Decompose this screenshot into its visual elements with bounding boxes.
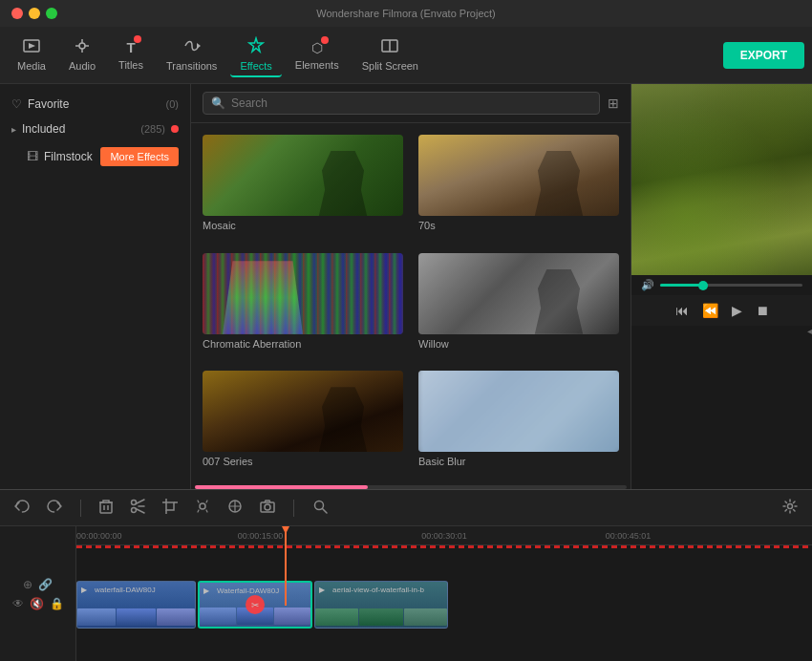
lock-icon[interactable]: 🔒 xyxy=(50,597,64,610)
redo-button[interactable] xyxy=(44,497,65,519)
sidebar-item-filmstock[interactable]: 🎞 Filmstock More Effects xyxy=(0,141,190,172)
svg-rect-5 xyxy=(100,502,112,513)
titles-icon: T xyxy=(126,39,135,56)
time-marker-0: 00:00:00:00 xyxy=(76,531,122,541)
toolbar-label-titles: Titles xyxy=(118,59,143,71)
svg-point-1 xyxy=(79,43,85,49)
grid-view-icon[interactable]: ⊞ xyxy=(608,96,619,111)
play-button[interactable]: ▶ xyxy=(730,301,744,320)
filmstock-icon: 🎞 xyxy=(27,150,38,163)
toolbar-item-titles[interactable]: T Titles xyxy=(109,35,153,75)
collapse-sidebar-arrow[interactable]: ◂ xyxy=(807,326,812,336)
effect-item-willow[interactable]: Willow xyxy=(411,245,627,364)
toolbar-label-split-screen: Split Screen xyxy=(362,60,418,72)
effect-thumb-mosaic xyxy=(203,135,403,216)
add-track-icon[interactable]: ⊕ xyxy=(23,578,32,591)
effect-item-007[interactable]: 007 Series xyxy=(195,363,411,481)
toolbar-item-split-screen[interactable]: Split Screen xyxy=(353,34,428,75)
filmstock-label: Filmstock xyxy=(44,150,95,163)
svg-marker-2 xyxy=(197,43,201,49)
clip-mini-thumb xyxy=(200,608,236,625)
included-count: (285) xyxy=(140,123,165,135)
timeline-area: ⊕ 🔗 👁 🔇 🔒 00:00:00:00 00:00:15:00 00:00:… xyxy=(0,489,812,661)
timeline-ruler: 00:00:00:00 00:00:15:00 00:00:30:01 00:0… xyxy=(76,526,812,545)
timeline-view-controls: 👁 🔇 🔒 xyxy=(12,597,64,610)
search-input[interactable] xyxy=(231,96,591,110)
search-box: 🔍 xyxy=(203,92,600,115)
effect-label-willow: Willow xyxy=(418,338,619,350)
audio-mute-icon[interactable]: 🔇 xyxy=(30,597,44,610)
maximize-button[interactable] xyxy=(46,8,57,19)
snapshot-button[interactable] xyxy=(257,497,278,519)
clip-waterfall-1[interactable]: ▶ waterfall-DAW80J xyxy=(76,581,196,629)
effect-thumb-blur xyxy=(418,371,619,452)
clip-mini-thumb xyxy=(117,608,155,626)
stop-button[interactable]: ⏹ xyxy=(754,301,771,320)
audio-icon xyxy=(75,38,90,57)
eye-icon[interactable]: 👁 xyxy=(12,597,24,610)
link-icon[interactable]: 🔗 xyxy=(38,578,53,591)
timeline-left-controls: ⊕ 🔗 👁 🔇 🔒 xyxy=(0,526,76,661)
audio-tool-button[interactable] xyxy=(192,496,213,520)
toolbar: Media Audio T Titles Transitions Effects xyxy=(0,27,812,84)
effect-item-blur[interactable]: Basic Blur xyxy=(411,363,627,481)
scissors-button[interactable] xyxy=(127,496,148,520)
settings-button[interactable] xyxy=(780,496,801,520)
volume-slider[interactable] xyxy=(660,284,802,287)
preview-controls: ⏮ ⏪ ▶ ⏹ xyxy=(631,295,812,326)
step-back-button[interactable]: ⏪ xyxy=(700,301,720,320)
clip-play-icon-3: ▶ xyxy=(319,586,325,594)
toolbar-item-media[interactable]: Media xyxy=(8,34,55,75)
timeline-add-track: ⊕ 🔗 xyxy=(23,578,53,591)
clip-mini-thumb xyxy=(157,608,195,626)
effect-thumb-007 xyxy=(203,371,403,452)
notification-dot xyxy=(171,125,179,133)
traffic-lights xyxy=(11,8,57,19)
titlebar: Wondershare Filmora (Envato Project) xyxy=(0,0,812,27)
split-screen-icon xyxy=(381,38,398,57)
clip-label-2: Waterfall-DAW80J xyxy=(217,586,279,595)
toolbar-item-transitions[interactable]: Transitions xyxy=(157,34,226,75)
clip-aerial[interactable]: ▶ aerial-view-of-waterfall-in-b xyxy=(314,581,448,629)
svg-line-23 xyxy=(323,509,328,514)
toolbar-label-elements: Elements xyxy=(295,59,339,71)
toolbar-item-audio[interactable]: Audio xyxy=(59,34,105,75)
toolbar-item-elements[interactable]: ⬡ Elements xyxy=(286,35,349,75)
clip-mini-thumb xyxy=(77,608,116,626)
clip-thumbnails-1 xyxy=(77,608,195,626)
time-marker-30: 00:00:30:01 xyxy=(421,531,467,541)
volume-fill xyxy=(660,284,703,287)
toolbar-item-effects[interactable]: Effects xyxy=(230,32,281,77)
sidebar-item-included[interactable]: ▸ Included (285) xyxy=(0,117,190,141)
more-effects-button[interactable]: More Effects xyxy=(100,147,179,166)
effect-item-70s[interactable]: 70s xyxy=(411,127,627,245)
close-button[interactable] xyxy=(11,8,23,19)
export-button[interactable]: EXPORT xyxy=(723,42,804,69)
clip-waterfall-2[interactable]: ▶ Waterfall-DAW80J ✂ xyxy=(198,581,312,629)
effects-search-header: 🔍 ⊞ xyxy=(191,84,630,123)
svg-point-21 xyxy=(265,504,270,510)
effect-item-mosaic[interactable]: Mosaic xyxy=(195,127,411,245)
toolbar-label-transitions: Transitions xyxy=(166,60,217,72)
clip-thumbnails-3 xyxy=(315,608,447,626)
favorite-label: Favorite xyxy=(28,97,160,111)
effects-icon xyxy=(247,36,265,57)
effect-thumb-chromatic xyxy=(203,253,403,334)
volume-thumb xyxy=(698,281,708,290)
skip-back-button[interactable]: ⏮ xyxy=(673,301,691,320)
video-track: ▶ waterfall-DAW80J ▶ Waterfall-DAW80J xyxy=(76,548,812,661)
scroll-indicator xyxy=(195,485,627,489)
effect-item-chromatic[interactable]: Chromatic Aberration xyxy=(195,245,411,364)
main-content: ♡ Favorite (0) ▸ Included (285) 🎞 Filmst… xyxy=(0,84,812,489)
zoom-button[interactable] xyxy=(310,496,331,520)
volume-icon: 🔊 xyxy=(641,279,654,291)
crop-button[interactable] xyxy=(160,496,181,520)
clip-mini-thumb xyxy=(359,608,402,626)
delete-button[interactable] xyxy=(96,496,116,520)
sidebar-item-favorite[interactable]: ♡ Favorite (0) xyxy=(0,92,190,117)
undo-button[interactable] xyxy=(11,497,32,519)
color-button[interactable] xyxy=(224,496,246,520)
media-icon xyxy=(23,38,40,57)
minimize-button[interactable] xyxy=(29,8,40,19)
effect-thumb-willow xyxy=(418,253,619,334)
